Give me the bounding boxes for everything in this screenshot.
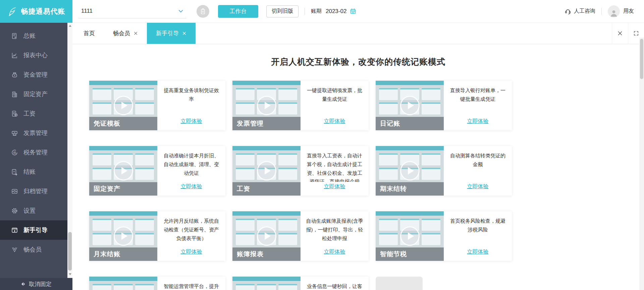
support-label: 人工咨询 [574, 8, 595, 15]
video-label: 期末结转 [376, 182, 444, 196]
try-now-link[interactable]: 立即体验 [157, 248, 225, 256]
play-button[interactable] [400, 226, 420, 246]
tax-icon: 税 [11, 149, 18, 156]
try-now-link[interactable]: 立即体验 [301, 248, 369, 256]
video-thumbnail[interactable] [89, 277, 157, 290]
guide-icon [11, 226, 18, 234]
sidebar-item-beginner-guide[interactable]: 新手引导 [0, 220, 72, 240]
sidebar-nav: ¥ 总账 报表中心 ¥ [0, 23, 72, 259]
scroll-down-arrow-icon[interactable] [67, 272, 72, 277]
video-thumbnail[interactable]: 固定资产 [89, 146, 157, 196]
unpin-label: 取消固定 [29, 280, 52, 288]
unpin-icon [21, 281, 26, 287]
card-description: 直接导入工资表，自动计算个税，自动生成计提工资、社保公积金、发放工资凭证，直接申… [301, 146, 369, 182]
support-button[interactable]: 人工咨询 [565, 8, 595, 15]
video-label: 凭证模板 [89, 117, 157, 130]
play-button[interactable] [400, 161, 420, 180]
sidebar-item-general-ledger[interactable]: ¥ 总账 [0, 26, 72, 46]
sidebar-item-tax-management[interactable]: 税 税务管理 [0, 143, 72, 162]
play-button[interactable] [400, 96, 420, 115]
feature-card-period-end-transfer: 期末结转 自动测算各结转类凭证的金额 立即体验 [376, 146, 512, 196]
video-label: 智能节税 [376, 247, 444, 261]
sidebar-item-archive-management[interactable]: 归档管理 [0, 182, 72, 201]
card-description: 自动准确计提本月折旧、自动生成新增、清理、变动凭证 [157, 146, 225, 182]
video-thumbnail[interactable]: 发票管理 [232, 81, 301, 130]
video-thumbnail[interactable]: 日记账 [376, 81, 444, 130]
video-label: 发票管理 [232, 117, 301, 130]
tab-close-icon[interactable] [133, 31, 138, 35]
tab-home[interactable]: 首页 [74, 23, 104, 44]
archive-icon [11, 188, 18, 195]
video-thumbnail[interactable]: 账簿报表 [232, 211, 301, 261]
header-divider [305, 8, 305, 15]
card-description: 直接导入银行对账单，一键批量生成凭证 [444, 81, 512, 117]
sidebar-item-fixed-assets[interactable]: 固定资产 [0, 84, 72, 104]
card-description: 一键提取进销项发票，批量生成凭证 [301, 81, 369, 117]
switch-old-version-button[interactable]: 切到旧版 [266, 5, 299, 17]
try-now-link[interactable]: 立即体验 [157, 183, 225, 190]
play-button[interactable] [257, 96, 276, 115]
page-scrollbar-thumb[interactable] [640, 39, 643, 79]
chevron-down-icon [178, 8, 184, 14]
video-thumbnail[interactable]: 智能节税 [376, 211, 444, 261]
sidebar-item-report-center[interactable]: 报表中心 [0, 46, 72, 65]
try-now-link[interactable]: 立即体验 [444, 248, 512, 256]
card-description: 允许跨月反结账，系统自动检查（凭证断号、资产负债表平衡） [157, 211, 225, 247]
workbench-button[interactable]: 工作台 [218, 5, 258, 18]
account-select[interactable]: 1111 [78, 4, 186, 18]
card-description: 智能运营管理平台，提升 [157, 277, 225, 290]
video-thumbnail[interactable]: 工资 [232, 146, 301, 196]
video-thumbnail[interactable]: 月末结账 [89, 211, 157, 261]
page-scrollbar[interactable] [639, 38, 644, 290]
try-now-link[interactable]: 立即体验 [301, 118, 369, 125]
close-all-tabs-icon[interactable] [612, 23, 628, 44]
clipboard-icon-button[interactable] [197, 5, 209, 18]
salary-icon: ¥ [11, 110, 18, 117]
video-label: 月末结账 [89, 247, 157, 261]
username[interactable]: 用友 [623, 8, 634, 15]
sidebar-item-settings[interactable]: 设置 [0, 201, 72, 220]
play-button[interactable] [257, 161, 276, 180]
sidebar-scrollbar[interactable] [67, 23, 72, 278]
feature-card-partial-1: 智能运营管理平台，提升 [89, 277, 225, 290]
try-now-link[interactable]: 立即体验 [157, 118, 225, 125]
sidebar-scrollbar-thumb[interactable] [68, 232, 72, 271]
calendar-icon[interactable] [350, 8, 357, 15]
try-now-link[interactable]: 立即体验 [444, 118, 512, 125]
play-button[interactable] [114, 226, 133, 246]
member-v-icon [11, 246, 18, 253]
period-value[interactable]: 2023-02 [326, 8, 346, 15]
main-content: 开启人机交互新体验，改变你的传统记账模式 凭证模板 提高重复业务填制凭证效率 立… [72, 44, 644, 290]
closing-icon: ¥ [11, 168, 18, 175]
fixed-assets-icon [11, 90, 18, 98]
feature-card-ledger-reports: 账簿报表 自动生成账簿及报表(含季报)，一键打印、导出，轻松处理申报 立即体验 [232, 211, 369, 261]
account-select-value: 1111 [81, 8, 93, 14]
video-thumbnail[interactable]: 凭证模板 [89, 81, 157, 130]
app-window: 畅捷通易代账 1111 工作台 切到旧版 账期 2023-02 [0, 0, 644, 290]
card-description: 首页税务风险检查，规避涉税风险 [444, 211, 512, 247]
video-thumbnail[interactable]: 期末结转 [376, 146, 444, 196]
tab-member[interactable]: 畅会员 [104, 23, 147, 44]
sidebar-item-member[interactable]: 畅会员 [0, 240, 72, 259]
sidebar-item-closing[interactable]: ¥ 结账 [0, 162, 72, 182]
sidebar-item-salary[interactable]: ¥ 工资 [0, 104, 72, 123]
clipboard-icon [200, 8, 206, 15]
play-button[interactable] [114, 161, 133, 180]
feature-card-smart-tax-saving: 智能节税 首页税务风险检查，规避涉税风险 立即体验 [376, 211, 512, 261]
play-button[interactable] [257, 226, 276, 246]
tab-close-icon[interactable] [182, 31, 186, 35]
avatar[interactable] [608, 5, 620, 17]
try-now-link[interactable]: 立即体验 [301, 183, 369, 190]
sidebar-item-invoice-management[interactable]: 发票管理 [0, 123, 72, 143]
feature-card-grid: 凭证模板 提高重复业务填制凭证效率 立即体验 发票管理 一键提取进销项发票，批量… [89, 81, 644, 290]
try-now-link[interactable]: 立即体验 [444, 183, 512, 190]
tab-beginner-guide[interactable]: 新手引导 [147, 23, 196, 44]
sidebar-item-funds-management[interactable]: ¥ 资金管理 [0, 65, 72, 84]
svg-text:¥: ¥ [14, 36, 16, 39]
unpin-sidebar-button[interactable]: 取消固定 [0, 278, 72, 290]
video-thumbnail[interactable] [232, 277, 301, 290]
card-description: 提高重复业务填制凭证效率 [157, 81, 225, 117]
play-button[interactable] [114, 96, 133, 115]
scroll-up-arrow-icon[interactable] [67, 23, 72, 28]
headset-icon [565, 8, 571, 15]
